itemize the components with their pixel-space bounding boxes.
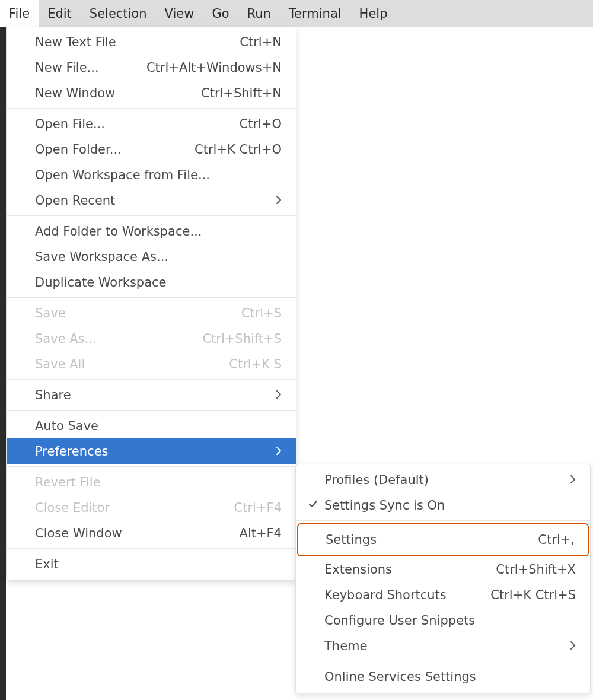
menu-item-label: Open Folder... (35, 142, 195, 157)
menubar-item-selection[interactable]: Selection (81, 0, 156, 27)
menu-separator (296, 661, 590, 661)
menu-item-open-recent[interactable]: Open Recent (7, 187, 296, 213)
menu-item-label: Close Editor (35, 501, 234, 515)
menu-item-shortcut: Alt+F4 (240, 526, 282, 540)
file-menu: New Text FileCtrl+NNew File...Ctrl+Alt+W… (6, 27, 296, 581)
menu-separator (7, 297, 296, 298)
chevron-right-icon (566, 473, 576, 487)
menu-item-shortcut: Ctrl+S (241, 306, 282, 320)
menu-item-revert-file: Revert File (7, 469, 296, 495)
menu-item-open-folder[interactable]: Open Folder...Ctrl+K Ctrl+O (7, 136, 296, 162)
menu-item-open-workspace-from-file[interactable]: Open Workspace from File... (7, 162, 296, 187)
menu-item-label: Add Folder to Workspace... (35, 224, 282, 238)
menu-item-label: Online Services Settings (324, 670, 576, 684)
menu-item-shortcut: Ctrl+O (240, 117, 282, 131)
menu-item-new-text-file[interactable]: New Text FileCtrl+N (7, 29, 296, 55)
menubar-item-file[interactable]: File (0, 0, 39, 27)
menu-item-label: Share (35, 388, 272, 402)
menu-item-exit[interactable]: Exit (7, 551, 296, 577)
menu-item-shortcut: Ctrl+K Ctrl+O (195, 142, 282, 157)
menu-item-new-file[interactable]: New File...Ctrl+Alt+Windows+N (7, 55, 296, 80)
menu-item-label: Settings Sync is On (324, 498, 576, 513)
chevron-right-icon (566, 639, 576, 653)
menu-item-duplicate-workspace[interactable]: Duplicate Workspace (7, 269, 296, 295)
menu-item-label: Save All (35, 357, 229, 371)
menu-item-label: Extensions (324, 562, 496, 577)
menu-separator (7, 379, 296, 380)
menu-item-label: New File... (35, 61, 146, 75)
menu-item-shortcut: Ctrl+Alt+Windows+N (146, 61, 282, 75)
menu-item-label: Duplicate Workspace (35, 275, 282, 289)
menu-separator (296, 520, 590, 521)
activity-bar (0, 27, 6, 700)
chevron-right-icon (272, 444, 282, 459)
menu-item-shortcut: Ctrl+Shift+X (496, 562, 576, 577)
menu-item-configure-user-snippets[interactable]: Configure User Snippets (296, 607, 590, 633)
menu-item-settings[interactable]: SettingsCtrl+, (297, 523, 589, 556)
menu-item-close-window[interactable]: Close WindowAlt+F4 (7, 520, 296, 546)
menu-item-save-all: Save AllCtrl+K S (7, 351, 296, 377)
check-icon (308, 499, 318, 512)
menubar-item-help[interactable]: Help (350, 0, 397, 27)
menu-item-open-file[interactable]: Open File...Ctrl+O (7, 111, 296, 136)
menu-item-label: New Text File (35, 35, 240, 49)
menu-item-theme[interactable]: Theme (296, 633, 590, 658)
menu-item-save: SaveCtrl+S (7, 300, 296, 326)
menu-item-label: Exit (35, 557, 282, 571)
menu-item-label: Preferences (35, 444, 272, 459)
menu-separator (7, 548, 296, 549)
menu-item-shortcut: Ctrl+Shift+N (201, 86, 282, 100)
menu-item-shortcut: Ctrl+Shift+S (202, 332, 282, 346)
menu-item-label: Profiles (Default) (324, 473, 566, 487)
menu-item-save-as: Save As...Ctrl+Shift+S (7, 326, 296, 351)
menu-item-settings-sync-is-on[interactable]: Settings Sync is On (296, 492, 590, 518)
menu-item-preferences[interactable]: Preferences (7, 438, 296, 464)
preferences-submenu: Profiles (Default)Settings Sync is OnSet… (295, 464, 591, 693)
menu-item-keyboard-shortcuts[interactable]: Keyboard ShortcutsCtrl+K Ctrl+S (296, 582, 590, 607)
menu-item-label: Open Workspace from File... (35, 168, 282, 182)
menubar-item-run[interactable]: Run (238, 0, 280, 27)
menu-item-add-folder-to-workspace[interactable]: Add Folder to Workspace... (7, 218, 296, 244)
menu-item-shortcut: Ctrl+N (240, 35, 282, 49)
menu-separator (7, 410, 296, 411)
menu-item-shortcut: Ctrl+K S (229, 357, 282, 371)
menu-item-profiles-default[interactable]: Profiles (Default) (296, 467, 590, 492)
menu-item-online-services-settings[interactable]: Online Services Settings (296, 664, 590, 689)
menubar-item-edit[interactable]: Edit (39, 0, 81, 27)
chevron-right-icon (272, 388, 282, 402)
menu-item-label: New Window (35, 86, 201, 100)
menu-item-label: Close Window (35, 526, 240, 540)
menu-separator (7, 108, 296, 109)
menu-item-share[interactable]: Share (7, 382, 296, 408)
menu-item-label: Settings (326, 533, 538, 547)
menu-item-label: Configure User Snippets (324, 613, 576, 628)
menu-item-label: Save (35, 306, 241, 320)
menu-item-label: Theme (324, 639, 566, 653)
menu-item-label: Keyboard Shortcuts (324, 588, 490, 602)
menu-separator (7, 215, 296, 216)
menu-item-shortcut: Ctrl+K Ctrl+S (490, 588, 576, 602)
menu-item-label: Open File... (35, 117, 240, 131)
menu-item-label: Auto Save (35, 419, 282, 433)
menu-item-label: Save As... (35, 332, 202, 346)
menu-item-save-workspace-as[interactable]: Save Workspace As... (7, 244, 296, 269)
menu-item-shortcut: Ctrl+, (538, 533, 575, 547)
menu-item-label: Save Workspace As... (35, 250, 282, 264)
menubar-item-terminal[interactable]: Terminal (280, 0, 350, 27)
menubar: FileEditSelectionViewGoRunTerminalHelp (0, 0, 593, 27)
menu-item-shortcut: Ctrl+F4 (234, 501, 282, 515)
menu-item-new-window[interactable]: New WindowCtrl+Shift+N (7, 80, 296, 106)
menu-item-extensions[interactable]: ExtensionsCtrl+Shift+X (296, 556, 590, 582)
menubar-item-view[interactable]: View (156, 0, 203, 27)
menu-item-auto-save[interactable]: Auto Save (7, 413, 296, 438)
chevron-right-icon (272, 193, 282, 208)
menu-separator (7, 466, 296, 467)
menu-item-close-editor: Close EditorCtrl+F4 (7, 495, 296, 520)
menubar-item-go[interactable]: Go (203, 0, 238, 27)
menu-item-label: Open Recent (35, 193, 272, 208)
menu-item-label: Revert File (35, 475, 282, 489)
